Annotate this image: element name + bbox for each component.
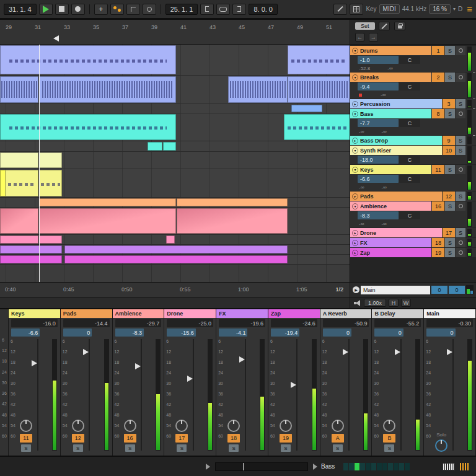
- clip-bass-drop[interactable]: [148, 142, 162, 151]
- overdub-indicator[interactable]: D: [458, 6, 462, 12]
- track-name[interactable]: ▾Bass: [350, 109, 431, 118]
- clip-pads[interactable]: [39, 198, 176, 206]
- track-header-synth-riser[interactable]: ▾Synth Riser 10 S -18.0 C: [350, 146, 476, 164]
- track-header-bass[interactable]: ▾Bass 8 S -7.7 C -∞ -∞: [350, 109, 476, 135]
- playback-speed-box[interactable]: 1.00x: [364, 299, 386, 307]
- mixer-track-name[interactable]: B Delay: [372, 309, 423, 318]
- track-pan-value[interactable]: C: [399, 156, 420, 164]
- solo-button[interactable]: S: [445, 109, 455, 118]
- main-send-b-value[interactable]: 0: [449, 286, 465, 294]
- peak-value[interactable]: -29.7: [115, 319, 162, 327]
- track-number-badge[interactable]: A: [332, 434, 344, 443]
- arrangement-row-percussion[interactable]: [0, 104, 350, 113]
- peak-value[interactable]: -25.0: [167, 319, 213, 327]
- fader-handle-icon[interactable]: [83, 349, 89, 355]
- track-header-breaks[interactable]: ▾Breaks 2 S -9.4 C -∞: [350, 73, 476, 99]
- solo-button[interactable]: S: [177, 444, 187, 452]
- cue-volume-knob[interactable]: [435, 439, 447, 452]
- loop-length-display[interactable]: 8. 0. 0: [249, 4, 278, 15]
- clip-breaks[interactable]: [288, 76, 350, 103]
- track-number-badge[interactable]: 11: [20, 434, 32, 443]
- track-number-badge[interactable]: 12: [443, 192, 455, 201]
- draw-mode-button[interactable]: [333, 4, 347, 15]
- arrangement-row-drums[interactable]: [0, 45, 350, 76]
- clip-drone[interactable]: [39, 236, 62, 244]
- clip-drone[interactable]: [0, 236, 38, 244]
- solo-button[interactable]: S: [445, 201, 455, 211]
- mixer-track-name[interactable]: FX: [216, 309, 268, 318]
- fold-toggle-icon[interactable]: ▸: [352, 240, 358, 246]
- arm-button[interactable]: [456, 46, 465, 55]
- clip-zap[interactable]: [0, 255, 62, 263]
- clip-zap[interactable]: [64, 255, 288, 263]
- peak-value[interactable]: -16.0: [11, 319, 58, 327]
- set-button[interactable]: Set: [355, 22, 375, 30]
- fader-handle-icon[interactable]: [447, 349, 452, 355]
- pan-knob[interactable]: [20, 420, 32, 432]
- track-number-badge[interactable]: 19: [432, 248, 444, 257]
- volume-fader[interactable]: [89, 339, 90, 451]
- track-name[interactable]: ▸Percussion: [350, 99, 442, 108]
- track-number-badge[interactable]: 10: [443, 146, 455, 155]
- track-volume-value[interactable]: -9.4: [358, 82, 399, 90]
- arrangement-row-pads[interactable]: [0, 198, 350, 208]
- punch-out-button[interactable]: [232, 4, 246, 15]
- solo-button[interactable]: S: [445, 165, 455, 174]
- fader-handle-icon[interactable]: [187, 376, 193, 382]
- re-enable-automation-button[interactable]: [126, 4, 140, 15]
- mixer-track-name[interactable]: Keys: [9, 309, 60, 318]
- volume-value[interactable]: 0: [63, 328, 92, 337]
- solo-button[interactable]: S: [456, 228, 465, 237]
- volume-value[interactable]: 0: [323, 328, 351, 337]
- track-volume-value[interactable]: -1.0: [358, 56, 399, 64]
- track-name[interactable]: ▾Drums: [350, 46, 431, 55]
- arrangement-overview[interactable]: [215, 462, 308, 471]
- arrangement-row-zap[interactable]: [0, 255, 350, 265]
- beat-ruler[interactable]: 293133353739414345474951: [0, 20, 350, 44]
- loop-button[interactable]: [216, 4, 230, 15]
- track-header-percussion[interactable]: ▸Percussion 3 S: [350, 99, 476, 108]
- solo-button[interactable]: S: [456, 99, 465, 108]
- track-name[interactable]: ▸Drone: [350, 228, 442, 237]
- track-pan-value[interactable]: C: [399, 82, 420, 90]
- solo-button[interactable]: S: [445, 73, 455, 82]
- volume-value[interactable]: 0: [374, 328, 403, 337]
- mixer-track-name[interactable]: Pads: [61, 309, 112, 318]
- track-number-badge[interactable]: 18: [432, 238, 444, 247]
- track-volume-value[interactable]: -8.3: [358, 211, 399, 219]
- volume-value[interactable]: 0: [426, 328, 455, 337]
- lock-button[interactable]: [394, 22, 405, 30]
- track-number-badge[interactable]: 18: [227, 434, 240, 443]
- time-ruler[interactable]: 1/2 0:400:450:500:551:001:05: [0, 283, 350, 297]
- volume-fader[interactable]: [37, 339, 38, 451]
- peak-value[interactable]: -14.4: [63, 319, 110, 327]
- nudge-back-button[interactable]: ←: [355, 33, 364, 42]
- arrangement-row-bass[interactable]: [0, 113, 350, 141]
- arm-button[interactable]: [456, 165, 465, 174]
- fold-toggle-icon[interactable]: ▾: [352, 167, 358, 173]
- arm-button[interactable]: [456, 109, 465, 118]
- track-name[interactable]: ▸Zap: [350, 248, 431, 257]
- clip-ambience[interactable]: [177, 208, 288, 234]
- main-send-a-value[interactable]: 0: [431, 286, 447, 294]
- clip-bass-drop[interactable]: [163, 142, 176, 151]
- clip-fx[interactable]: [0, 245, 62, 253]
- track-number-badge[interactable]: 2: [432, 73, 444, 82]
- clip-drums[interactable]: [288, 45, 350, 74]
- arm-button[interactable]: [456, 73, 465, 82]
- track-name[interactable]: ▸Pads: [350, 192, 442, 201]
- mixer-track-name[interactable]: A Reverb: [320, 309, 372, 318]
- clip-keys[interactable]: [0, 170, 6, 196]
- volume-fader[interactable]: [245, 339, 246, 451]
- clip-keys[interactable]: [0, 170, 38, 196]
- clip-synth-riser[interactable]: [39, 152, 62, 168]
- track-header-drums[interactable]: ▾Drums 1 S -1.0 C -52.8 -∞: [350, 46, 476, 72]
- mixer-track-name[interactable]: Drone: [164, 309, 216, 318]
- track-number-badge[interactable]: 1: [432, 46, 444, 55]
- fold-toggle-icon[interactable]: ▾: [352, 74, 358, 81]
- track-number-badge[interactable]: 19: [280, 434, 292, 443]
- track-name[interactable]: ▾Ambience: [350, 201, 431, 211]
- track-pan-value[interactable]: C: [399, 56, 420, 64]
- clip-indicator[interactable]: [359, 94, 362, 97]
- volume-value[interactable]: -6.6: [11, 328, 40, 337]
